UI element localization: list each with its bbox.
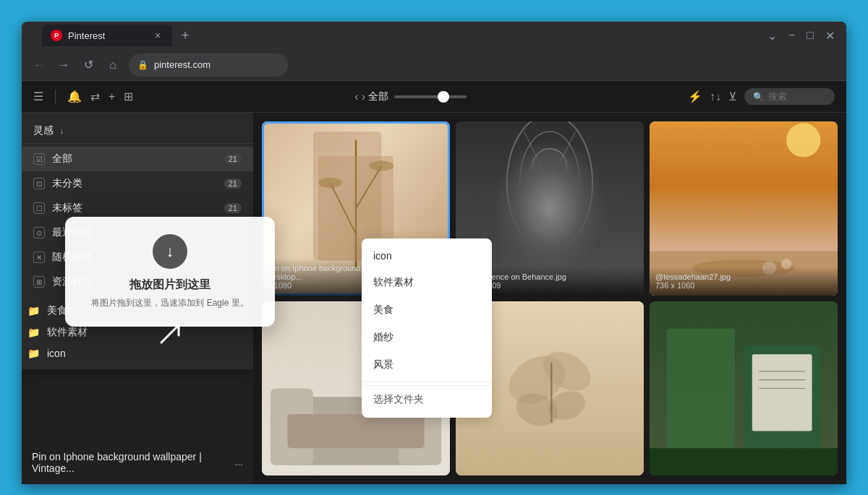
svg-rect-34 [287,414,424,448]
sidebar-bottom: Pin on Iphone background wallpaper | Vin… [22,444,253,484]
context-item-meishi[interactable]: 美食 [362,296,492,324]
toolbar-separator [55,90,56,104]
sidebar-caption: Pin on Iphone background wallpaper | Vin… [32,451,231,474]
community-icon: ⊞ [33,276,45,288]
flash-icon[interactable]: ⚡ [688,90,702,103]
folder-icon: 📁 [27,348,40,359]
maximize-button[interactable]: □ [807,29,814,42]
svg-rect-42 [667,329,736,448]
tab-title: Pinterest [68,30,105,41]
bell-icon[interactable]: 🔔 [67,90,82,103]
sort-icon[interactable]: ↑↓ [710,90,721,103]
browser-window: Pinterest × + ⌄ − □ ✕ ← → ↺ ⌂ 🔒 pinteres… [22,22,846,484]
slider-track[interactable] [394,95,467,98]
lock-icon: 🔒 [137,60,148,70]
folder-item-icon[interactable]: 📁 icon [22,343,253,363]
context-separator [362,382,492,382]
svg-point-16 [370,160,393,171]
download-icon: ↓ [166,242,174,261]
dropdown-count: 21 [224,203,242,213]
all-icon: ☑ [33,153,45,165]
dropdown-header-text: 灵感 [33,124,54,137]
grid-item-6[interactable] [650,301,838,475]
browser-tab[interactable]: Pinterest × [42,25,172,46]
dropdown-count: 21 [224,154,242,164]
app-toolbar: ☰ 🔔 ⇄ + ⊞ ‹ › 全部 ⚡ ↑↓ ⊻ 🔍 [22,81,846,113]
pinterest-favicon [51,30,62,41]
folder-icon: 📁 [27,305,40,317]
context-item-scenery[interactable]: 风景 [362,351,492,379]
random-icon: ✕ [33,251,45,263]
svg-line-13 [331,183,356,234]
folder-label: 美食 [47,304,67,317]
breadcrumb-area: ‹ › 全部 [142,90,679,103]
drag-drop-title: 拖放图片到这里 [80,277,260,293]
untagged-icon: ☐ [33,202,45,214]
folder-label: icon [47,348,66,359]
context-item-software[interactable]: 软件素材 [362,269,492,296]
drag-drop-overlay: ↓ 拖放图片到这里 将图片拖到这里，迅速添加到 Eagle 里。 [65,217,275,327]
toolbar-right: ⚡ ↑↓ ⊻ 🔍 [688,88,835,105]
dropdown-header[interactable]: 灵感 ↓ [22,119,253,144]
svg-point-25 [786,123,820,157]
home-button[interactable]: ⌂ [104,59,122,72]
sidebar-caption-dots: ··· [234,458,243,470]
tab-close-button[interactable]: × [152,30,163,41]
chevron-icon: ⌄ [767,29,777,43]
url-text: pinterest.com [154,59,210,70]
svg-rect-45 [752,354,812,431]
recent-icon: ⊙ [33,227,45,238]
dropdown-count: 21 [224,178,242,189]
search-input[interactable] [768,91,826,102]
sync-icon[interactable]: ⇄ [90,90,100,103]
dropdown-item-all[interactable]: ☑ 全部 21 [22,147,253,171]
svg-line-21 [524,132,576,234]
svg-point-22 [532,149,566,183]
window-action-buttons: ⌄ − □ ✕ [767,29,841,43]
dropdown-item-uncategorized[interactable]: ⊡ 未分类 21 [22,171,253,196]
add-icon[interactable]: + [109,90,115,103]
new-tab-button[interactable]: + [175,25,195,46]
dropdown-item-label: 全部 [52,152,72,165]
grid-caption-size: 736 x 1060 [655,281,832,290]
context-item-choose-folder[interactable]: 选择文件夹 [362,385,492,413]
url-bar[interactable]: 🔒 pinterest.com [129,53,288,77]
slider-thumb[interactable] [438,91,449,103]
title-bar: Pinterest × + ⌄ − □ ✕ [22,22,846,49]
drag-drop-arrow [156,319,184,348]
svg-point-23 [524,149,576,234]
grid-item-3[interactable]: @tessadehaan27.jpg 736 x 1060 [650,121,838,296]
svg-line-14 [356,165,381,208]
breadcrumb-nav: ‹ › 全部 [354,90,388,103]
close-window-button[interactable]: ✕ [825,29,835,43]
funnel-icon[interactable]: ⊻ [728,90,737,103]
search-icon: 🔍 [753,92,764,102]
drag-drop-icon: ↓ [153,234,187,269]
breadcrumb-label: 全部 [368,90,388,103]
minimize-button[interactable]: − [788,29,795,42]
back-button[interactable]: ← [30,59,48,72]
dropdown-item-left: ☐ 未标签 [33,202,82,215]
dropdown-item-left: ⊡ 未分类 [33,177,82,190]
search-bar[interactable]: 🔍 [744,88,835,105]
uncategorized-icon: ⊡ [33,178,45,189]
forward-button[interactable]: → [55,59,72,72]
dropdown-arrow-icon: ↓ [59,126,64,136]
svg-rect-44 [650,448,838,475]
dropdown-item-left: ☑ 全部 [33,152,72,165]
dropdown-item-label: 未标签 [52,202,82,215]
context-item-icon[interactable]: icon [362,243,492,269]
refresh-button[interactable]: ↺ [80,58,97,72]
menu-icon[interactable]: ☰ [33,90,43,103]
grid-caption-text: @tessadehaan27.jpg [655,272,832,281]
nav-next-icon[interactable]: › [362,90,365,103]
folder-icon: 📁 [27,327,40,338]
zoom-slider[interactable] [394,95,467,98]
layout-icon[interactable]: ⊞ [124,90,133,103]
svg-point-19 [520,132,580,234]
nav-prev-icon[interactable]: ‹ [354,90,358,103]
address-bar: ← → ↺ ⌂ 🔒 pinterest.com [22,49,846,81]
dropdown-item-label: 未分类 [52,177,82,190]
context-item-wedding[interactable]: 婚纱 [362,324,492,351]
context-menu: icon 软件素材 美食 婚纱 风景 选择文件夹 [362,238,492,418]
